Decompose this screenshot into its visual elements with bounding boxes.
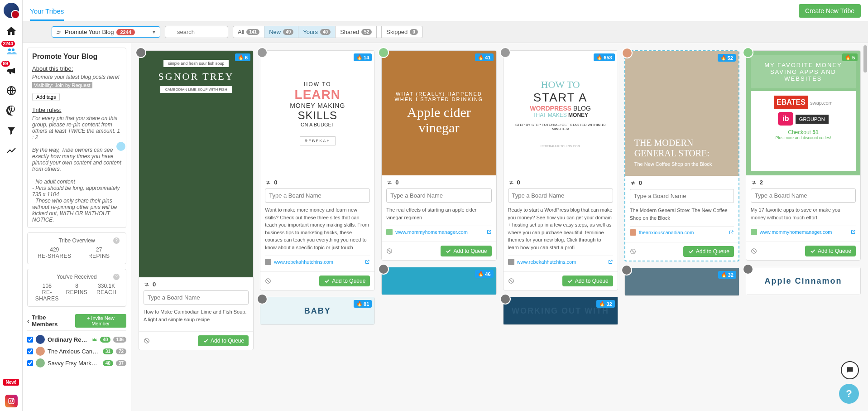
stat-rx-repins: 8 bbox=[62, 283, 92, 289]
author-avatar[interactable] bbox=[500, 47, 511, 58]
rules-body: For every pin that you share on this gro… bbox=[32, 115, 121, 223]
external-link-icon[interactable] bbox=[608, 259, 613, 265]
globe-icon[interactable] bbox=[4, 83, 19, 98]
member-count-a: 40 bbox=[100, 337, 110, 343]
author-avatar[interactable] bbox=[257, 294, 268, 305]
svg-point-0 bbox=[8, 48, 11, 51]
board-input[interactable] bbox=[751, 189, 856, 203]
author-avatar[interactable] bbox=[135, 47, 146, 58]
announce-icon[interactable]: 89 bbox=[4, 63, 19, 78]
stat-repins: 27 bbox=[77, 247, 122, 253]
help-button[interactable]: ? bbox=[839, 384, 859, 404]
source-link[interactable]: www.mommyhomemanager.com bbox=[760, 229, 848, 235]
svg-point-7 bbox=[58, 30, 59, 32]
tribe-icon-small bbox=[56, 29, 62, 35]
source-link[interactable]: www.rebekahhutchins.com bbox=[517, 259, 605, 265]
pin-image[interactable]: HOW TOSTART AWORDPRESS BLOGTHAT MAKES MO… bbox=[504, 51, 618, 175]
repin-icon bbox=[751, 179, 757, 186]
pin-description: Want to make more money and learn new sk… bbox=[265, 206, 370, 251]
board-input[interactable] bbox=[386, 189, 491, 203]
pin-image[interactable]: WHAT (REALLY) HAPPENED WHEN I STARTED DR… bbox=[382, 51, 496, 175]
invite-button[interactable]: + Invite New Member bbox=[75, 314, 126, 328]
member-row[interactable]: Savvy Etsy Marketer 40 37 bbox=[27, 357, 126, 369]
repin-icon bbox=[386, 179, 393, 186]
member-row[interactable]: Ordinary Reviews 40 136 bbox=[27, 334, 126, 345]
member-row[interactable]: The Anxious Cana… 31 72 bbox=[27, 345, 126, 357]
block-icon[interactable] bbox=[508, 278, 514, 284]
pin-description: Ready to start a WordPress blog that can… bbox=[508, 206, 613, 251]
help-icon[interactable]: ? bbox=[113, 274, 120, 280]
tribe-title: Promote Your Blog bbox=[32, 53, 121, 61]
member-count-b: 136 bbox=[113, 337, 126, 343]
pin-image[interactable]: THE MODERN GENERAL STORE:The New Coffee … bbox=[625, 51, 739, 176]
block-icon[interactable] bbox=[386, 248, 393, 254]
external-link-icon[interactable] bbox=[364, 259, 370, 265]
tribe-select-count: 2244 bbox=[116, 29, 134, 35]
create-tribe-button[interactable]: Create New Tribe bbox=[799, 4, 861, 18]
member-checkbox[interactable] bbox=[27, 348, 33, 354]
add-to-queue-button[interactable]: Add to Queue bbox=[805, 246, 856, 256]
search-input[interactable] bbox=[165, 26, 228, 38]
scrollbar[interactable] bbox=[863, 45, 867, 73]
svg-point-5 bbox=[10, 400, 12, 402]
board-input[interactable] bbox=[508, 189, 613, 203]
add-to-queue-button[interactable]: Add to Queue bbox=[683, 246, 734, 257]
member-count-a: 40 bbox=[103, 360, 113, 366]
external-link-icon[interactable] bbox=[850, 229, 856, 235]
member-count-b: 72 bbox=[116, 348, 126, 354]
source-link[interactable]: theanxiouscanadian.com bbox=[639, 230, 726, 235]
author-avatar[interactable] bbox=[622, 48, 633, 58]
pin-image[interactable]: HOW TOLEARNMONEY MAKINGSKILLSON A BUDGET… bbox=[260, 51, 374, 175]
add-to-queue-button[interactable]: Add to Queue bbox=[562, 276, 613, 286]
pin-image[interactable]: simple and fresh sour fish soupSGNOR TRE… bbox=[139, 51, 253, 277]
source-link[interactable]: www.rebekahhutchins.com bbox=[274, 259, 362, 265]
pill-shared[interactable]: Shared52 bbox=[336, 26, 377, 38]
member-name: Savvy Etsy Marketer bbox=[48, 360, 100, 367]
add-to-queue-button[interactable]: Add to Queue bbox=[319, 276, 370, 286]
pill-skipped[interactable]: Skipped0 bbox=[381, 26, 422, 38]
external-link-icon[interactable] bbox=[486, 229, 492, 235]
block-icon[interactable] bbox=[751, 248, 757, 254]
author-avatar[interactable] bbox=[743, 264, 753, 275]
source-link[interactable]: www.mommyhomemanager.com bbox=[395, 229, 483, 235]
block-icon[interactable] bbox=[144, 338, 150, 344]
author-avatar[interactable] bbox=[257, 47, 268, 58]
profile-avatar[interactable] bbox=[4, 3, 19, 18]
add-tags-button[interactable]: Add tags bbox=[32, 93, 60, 101]
instagram-icon[interactable] bbox=[5, 395, 18, 407]
tab-your-tribes[interactable]: Your Tribes bbox=[30, 4, 64, 21]
pinterest-icon[interactable] bbox=[4, 103, 19, 118]
repin-count: 2 bbox=[751, 179, 856, 186]
help-icon[interactable]: ? bbox=[113, 237, 120, 244]
source-avatar bbox=[751, 229, 757, 235]
stat-rx-reshares: 108 bbox=[32, 283, 62, 289]
external-link-icon[interactable] bbox=[729, 230, 734, 235]
pin-image[interactable]: MY FAVORITE MONEY SAVING APPS AND WEBSIT… bbox=[746, 51, 860, 175]
member-checkbox[interactable] bbox=[27, 337, 33, 343]
pin-description: The Modern General Store: The New Coffee… bbox=[630, 207, 734, 222]
pin-image[interactable]: Apple Cinnamon bbox=[746, 267, 860, 295]
filter-icon[interactable] bbox=[4, 123, 19, 138]
board-input[interactable] bbox=[144, 290, 249, 305]
board-input[interactable] bbox=[265, 189, 370, 203]
home-icon[interactable] bbox=[4, 24, 19, 38]
chat-button[interactable] bbox=[841, 361, 859, 379]
add-to-queue-button[interactable]: Add to Queue bbox=[441, 246, 491, 256]
tribe-selector[interactable]: Promote Your Blog 2244 ▼ bbox=[52, 26, 160, 38]
pill-all[interactable]: All141 bbox=[233, 26, 264, 38]
member-checkbox[interactable] bbox=[27, 360, 33, 366]
pill-new[interactable]: New49 bbox=[264, 26, 298, 38]
trends-icon[interactable] bbox=[4, 143, 19, 158]
pill-yours[interactable]: Yours40 bbox=[298, 26, 336, 38]
pin-card: 🔥653 HOW TOSTART AWORDPRESS BLOGTHAT MAK… bbox=[503, 50, 618, 290]
source-avatar bbox=[508, 259, 514, 265]
chevron-left-icon[interactable]: ‹ bbox=[27, 318, 29, 324]
author-avatar[interactable] bbox=[621, 265, 632, 276]
board-input[interactable] bbox=[630, 189, 734, 203]
block-icon[interactable] bbox=[265, 278, 271, 284]
tribes-icon[interactable]: 2244 bbox=[4, 44, 19, 58]
author-avatar[interactable] bbox=[500, 294, 511, 305]
author-avatar[interactable] bbox=[743, 47, 753, 58]
block-icon[interactable] bbox=[630, 248, 636, 255]
add-to-queue-button[interactable]: Add to Queue bbox=[198, 335, 249, 346]
